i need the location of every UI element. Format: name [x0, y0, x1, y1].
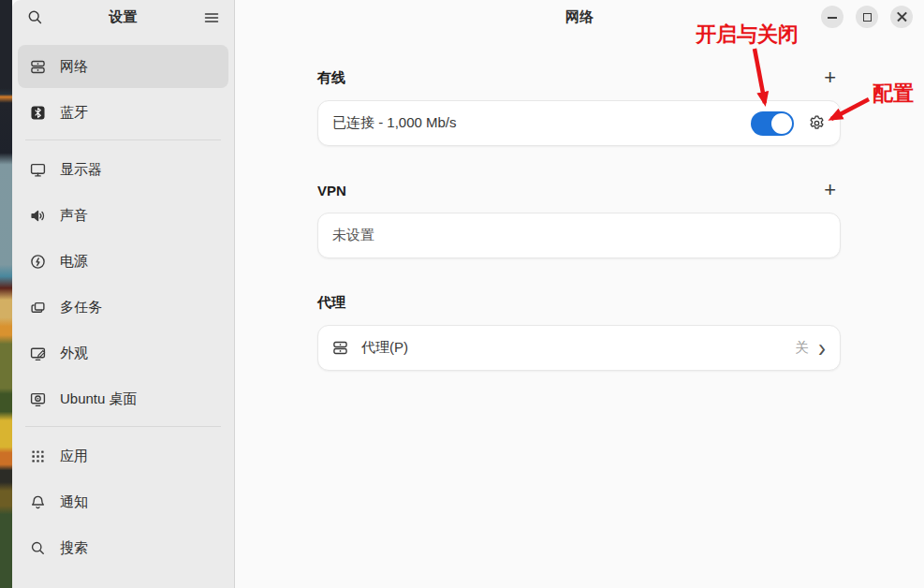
annotation-gear-note: 配置	[873, 80, 914, 108]
sidebar-item-apps[interactable]: 应用	[18, 434, 228, 478]
settings-window: 设置 网络 蓝牙	[12, 0, 924, 588]
network-proxy-icon	[332, 340, 348, 356]
app-title: 设置	[48, 8, 198, 26]
sidebar-item-label: 蓝牙	[60, 104, 88, 122]
maximize-icon	[863, 13, 872, 22]
vpn-status-label: 未设置	[332, 227, 826, 244]
sidebar-item-network[interactable]: 网络	[18, 45, 228, 88]
sidebar-separator	[25, 426, 221, 427]
sidebar-item-multitasking[interactable]: 多任务	[18, 286, 228, 329]
wired-status-label: 已连接 - 1,000 Mb/s	[332, 114, 751, 132]
bell-icon	[30, 494, 46, 510]
main-menu-button[interactable]	[198, 6, 225, 30]
proxy-section-header: 代理	[317, 293, 841, 312]
sidebar-header: 设置	[12, 0, 234, 35]
toggle-knob	[771, 113, 792, 134]
wired-settings-button[interactable]	[808, 114, 826, 132]
sidebar-separator	[25, 140, 221, 140]
sidebar-item-ubuntu-desktop[interactable]: Ubuntu 桌面	[18, 377, 228, 420]
search-button[interactable]	[22, 6, 48, 30]
maximize-button[interactable]	[856, 6, 878, 28]
multitasking-icon	[30, 300, 46, 316]
sidebar-item-label: 多任务	[60, 299, 102, 316]
annotation-toggle-note: 开启与关闭	[696, 21, 799, 49]
desktop-wallpaper-strip	[0, 0, 12, 588]
sidebar-item-label: 网络	[60, 58, 88, 76]
sidebar-list: 网络 蓝牙 显示器 声音	[12, 35, 234, 572]
window-controls	[821, 6, 913, 28]
power-icon	[30, 254, 46, 270]
sidebar-item-label: 声音	[60, 207, 88, 225]
minimize-button[interactable]	[821, 6, 843, 28]
add-vpn-button[interactable]: +	[819, 182, 841, 198]
hamburger-menu-icon	[204, 9, 220, 25]
sidebar-item-label: 搜索	[60, 539, 88, 557]
proxy-heading: 代理	[317, 294, 345, 312]
bluetooth-icon	[30, 105, 46, 121]
minimize-icon	[828, 17, 837, 19]
sidebar-item-label: 应用	[60, 448, 88, 465]
speaker-icon	[30, 208, 46, 224]
sidebar-item-notifications[interactable]: 通知	[18, 480, 228, 523]
sidebar-item-bluetooth[interactable]: 蓝牙	[18, 91, 228, 134]
sidebar-item-label: 电源	[60, 253, 88, 271]
proxy-label: 代理(P)	[361, 339, 796, 357]
sidebar-item-label: 通知	[60, 493, 88, 511]
sidebar-item-displays[interactable]: 显示器	[18, 148, 228, 191]
headerbar: 网络	[235, 0, 924, 35]
proxy-row[interactable]: 代理(P) 关 ›	[317, 325, 841, 371]
wired-toggle-switch[interactable]	[751, 111, 794, 136]
sidebar-item-search[interactable]: 搜索	[18, 526, 228, 569]
close-icon	[897, 12, 907, 22]
wired-connection-row: 已连接 - 1,000 Mb/s	[317, 100, 841, 146]
appearance-icon	[30, 345, 46, 361]
sidebar-item-power[interactable]: 电源	[18, 240, 228, 283]
sidebar-item-label: Ubuntu 桌面	[60, 390, 138, 408]
sidebar-item-appearance[interactable]: 外观	[18, 331, 228, 375]
wired-section-header: 有线 +	[317, 68, 841, 87]
vpn-heading: VPN	[317, 183, 346, 198]
sidebar: 设置 网络 蓝牙	[12, 0, 235, 588]
close-button[interactable]	[890, 6, 913, 28]
apps-grid-icon	[30, 448, 46, 464]
vpn-status-row: 未设置	[317, 213, 841, 258]
plus-icon: +	[824, 66, 836, 89]
vpn-section-header: VPN +	[317, 181, 841, 199]
sidebar-item-label: 显示器	[60, 161, 102, 179]
search-icon	[27, 9, 43, 25]
monitor-icon	[30, 162, 46, 178]
network-wired-icon	[30, 59, 46, 75]
page-title: 网络	[565, 8, 594, 26]
proxy-state-value: 关	[796, 339, 810, 357]
network-content: 有线 + 已连接 - 1,000 Mb/s VPN + 未设置 代理	[317, 68, 841, 371]
add-wired-button[interactable]: +	[819, 69, 841, 86]
wired-heading: 有线	[317, 69, 345, 87]
ubuntu-desktop-icon	[30, 391, 46, 407]
gear-icon	[808, 114, 826, 132]
plus-icon: +	[824, 178, 836, 201]
chevron-right-icon[interactable]: ›	[818, 337, 826, 359]
sidebar-item-sound[interactable]: 声音	[18, 194, 228, 237]
main-pane: 网络 有线 + 已连接 - 1,000 Mb/s VP	[235, 0, 924, 588]
search-icon	[30, 540, 46, 556]
sidebar-item-label: 外观	[60, 345, 88, 362]
